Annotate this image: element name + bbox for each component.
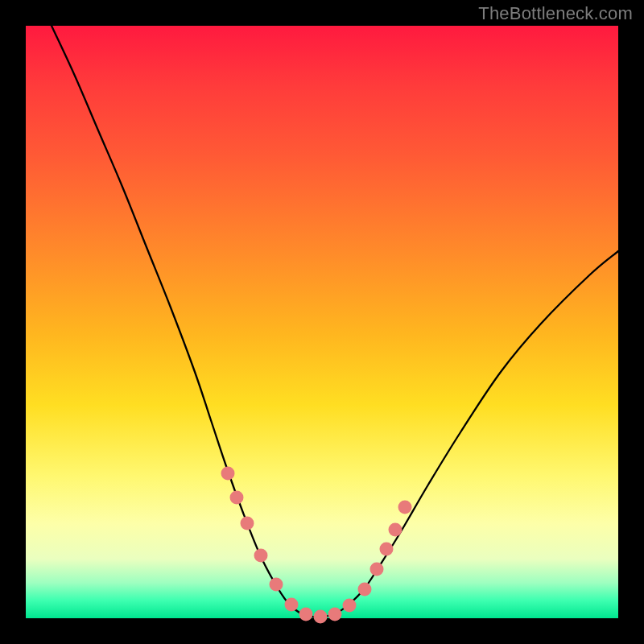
marker-point	[285, 598, 299, 612]
frame-right	[618, 0, 644, 644]
watermark-text: TheBottleneck.com	[478, 3, 633, 24]
marker-point	[270, 578, 283, 592]
bottleneck-chart	[26, 26, 618, 618]
marker-point	[380, 543, 394, 556]
marker-point	[370, 563, 384, 576]
marker-point	[328, 608, 342, 621]
marker-point	[314, 610, 328, 624]
highlight-markers	[221, 467, 412, 624]
marker-point	[299, 608, 313, 621]
bottleneck-curve-path	[52, 26, 618, 617]
marker-point	[343, 599, 357, 613]
frame-left	[0, 0, 26, 644]
marker-point	[221, 467, 235, 481]
marker-point	[358, 583, 372, 597]
marker-point	[254, 549, 268, 563]
marker-point	[230, 491, 244, 505]
marker-point	[398, 501, 412, 514]
marker-point	[241, 517, 254, 530]
marker-point	[389, 523, 402, 537]
